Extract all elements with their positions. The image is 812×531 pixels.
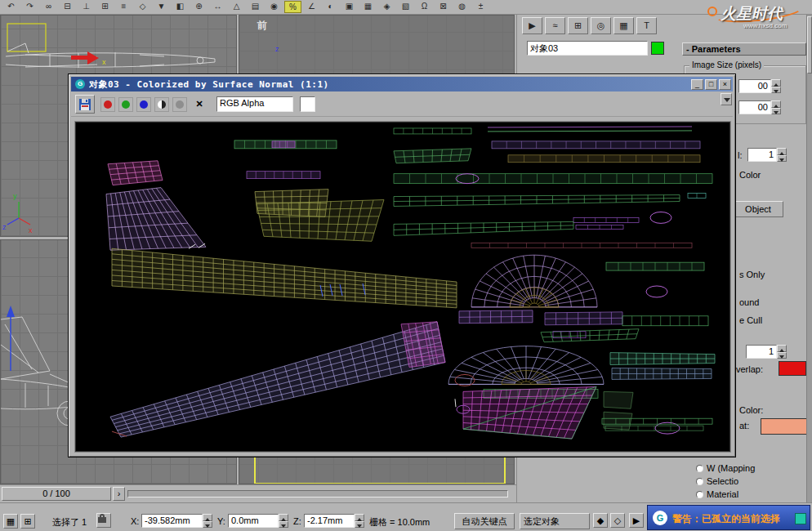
selection-filter-dropdown[interactable]: 选定对象	[520, 513, 590, 529]
render-window-titlebar[interactable]: G 对象03 - Colorized by Surface Normal (1:…	[71, 77, 733, 91]
y-coord-spinner[interactable]	[279, 514, 288, 528]
move-icon[interactable]: ⊕	[190, 1, 207, 13]
selection-lock-button[interactable]	[96, 513, 111, 528]
snap-toggle-icon[interactable]: %	[284, 1, 301, 13]
red-channel-icon[interactable]	[100, 97, 115, 112]
key-filter-icon[interactable]: ◆	[593, 513, 608, 528]
select-by-name-icon[interactable]: ≡	[115, 1, 132, 13]
uv-island-green-arc-strip	[541, 329, 639, 342]
align-icon[interactable]: ◈	[378, 1, 395, 13]
pick-object-button[interactable]: Object	[733, 201, 783, 217]
maximize-button[interactable]: □	[705, 79, 717, 90]
save-icon	[78, 98, 91, 111]
time-next-button[interactable]: ›	[113, 487, 125, 501]
bind-icon[interactable]: ⊥	[78, 1, 95, 13]
z-coord-label: Z:	[293, 516, 301, 526]
material-editor-icon[interactable]: ◍	[453, 1, 471, 13]
rect-region-icon[interactable]: ◇	[134, 1, 151, 13]
percent-snap-icon[interactable]: ◐	[322, 1, 339, 13]
ref-coord-icon[interactable]: ▤	[247, 1, 264, 13]
z-coord-field[interactable]: -2.17mm	[304, 514, 355, 528]
time-slider[interactable]: 0 / 100	[2, 487, 111, 501]
link-icon[interactable]: ∞	[40, 1, 57, 13]
clear-button[interactable]: ✕	[192, 97, 207, 112]
radio-w-mapping[interactable]: W (Mapping	[696, 462, 755, 474]
undo-icon[interactable]: ↶	[2, 1, 20, 13]
grid-toggle-icon[interactable]: ▦	[3, 514, 18, 529]
schematic-icon[interactable]: ⊠	[435, 1, 452, 13]
render-window-title: 对象03 - Colorized by Surface Normal (1:1)	[89, 78, 691, 91]
alpha-channel-icon[interactable]	[154, 97, 169, 112]
radio-circle-icon[interactable]	[696, 491, 703, 498]
channel-dropdown[interactable]: RGB Alpha	[216, 96, 293, 112]
auto-key-button[interactable]: 自动关键点	[454, 513, 515, 529]
save-bitmap-button[interactable]	[75, 95, 95, 114]
mirror-icon[interactable]: ▦	[359, 1, 377, 13]
uv-island-green-strip-2	[394, 128, 471, 134]
crossing-icon[interactable]: ◧	[172, 1, 189, 13]
time-track[interactable]	[127, 490, 508, 498]
wireframe-aircraft-top	[6, 43, 215, 68]
x-coord-spinner[interactable]	[203, 514, 212, 528]
mat-color-swatch[interactable]	[761, 418, 808, 435]
object-name-field[interactable]: 对象03	[527, 41, 648, 56]
x-coord-field[interactable]: -39.582mm	[141, 514, 203, 528]
minimize-button[interactable]: _	[691, 79, 703, 90]
seam-width-spinner[interactable]	[777, 345, 787, 359]
uv-island-green-strip-long	[394, 174, 712, 184]
mono-channel-icon[interactable]	[172, 97, 187, 112]
close-button[interactable]: ×	[719, 79, 731, 90]
window-crossing-icon[interactable]: ⊞	[20, 514, 35, 529]
tab-modify[interactable]: ≈	[545, 17, 565, 34]
render-icon[interactable]: ±	[472, 1, 489, 13]
panel-scrollbar[interactable]	[806, 15, 812, 502]
curve-editor-icon[interactable]: Ω	[416, 1, 433, 13]
object-color-swatch[interactable]	[651, 42, 664, 55]
redo-icon[interactable]: ↷	[21, 1, 38, 13]
tiles-spinner[interactable]	[777, 148, 787, 162]
rotate-icon[interactable]: ↔	[209, 1, 226, 13]
warning-action-button[interactable]	[795, 513, 806, 524]
radio-label: Material	[707, 489, 738, 499]
radio-material[interactable]: Material	[696, 489, 738, 500]
set-key-icon[interactable]: ◇	[610, 513, 625, 528]
blue-channel-icon[interactable]	[136, 97, 151, 112]
image-width-spinner[interactable]	[771, 79, 781, 93]
select-icon[interactable]: ⊞	[96, 1, 114, 13]
uv-island-fuselage	[110, 322, 445, 437]
green-channel-icon[interactable]	[118, 97, 133, 112]
channel-dropdown-arrow[interactable]	[721, 93, 732, 105]
panel-scrollbar-thumb[interactable]	[807, 16, 812, 74]
layer-icon[interactable]: ▧	[397, 1, 414, 13]
parameters-rollout-header[interactable]: - Parameters	[682, 42, 806, 56]
scale-icon[interactable]: △	[228, 1, 245, 13]
tab-hierarchy[interactable]: ⊞	[568, 17, 588, 34]
z-coord-spinner[interactable]	[355, 514, 364, 528]
angle-snap-icon[interactable]: ∠	[303, 1, 320, 13]
tab-create[interactable]: ▶	[522, 17, 542, 34]
tab-display[interactable]: ▦	[613, 17, 634, 34]
radio-circle-icon[interactable]	[696, 465, 703, 472]
uv-island-darkred-strip	[471, 243, 692, 248]
filter-icon[interactable]: ▼	[153, 1, 170, 13]
y-coord-field[interactable]: 0.0mm	[228, 514, 279, 528]
image-width-field[interactable]: 00	[738, 79, 771, 93]
unlink-icon[interactable]: ⊟	[59, 1, 76, 13]
radio-circle-icon[interactable]	[696, 478, 703, 485]
image-height-field[interactable]: 00	[738, 100, 771, 114]
image-height-spinner[interactable]	[771, 100, 781, 114]
spinner-snap-icon[interactable]: ▣	[341, 1, 358, 13]
seam-width-field[interactable]: 1	[746, 345, 777, 359]
tiles-field[interactable]: 1	[747, 148, 777, 162]
tab-motion[interactable]: ◎	[591, 17, 611, 34]
render-canvas[interactable]	[75, 122, 730, 452]
tab-utilities[interactable]: T	[636, 17, 657, 34]
background-color-swatch[interactable]	[300, 96, 315, 112]
overlap-color-swatch[interactable]	[779, 361, 806, 376]
uv-island-pod-2	[612, 368, 712, 380]
uv-island-purple-sm-1	[573, 217, 639, 222]
radio-selectio[interactable]: Selectio	[696, 475, 738, 487]
play-button[interactable]: ▶	[629, 513, 644, 528]
pivot-icon[interactable]: ◉	[265, 1, 283, 13]
uv-island-purple-strip-mid	[247, 172, 320, 179]
